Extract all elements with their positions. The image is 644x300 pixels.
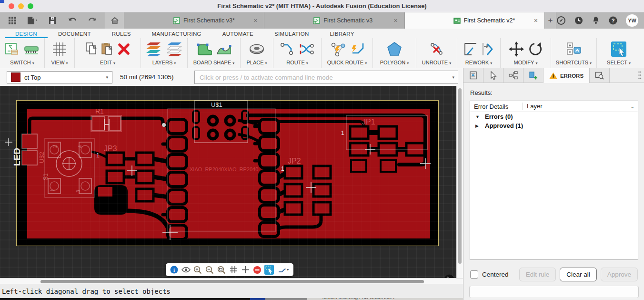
column-error-details[interactable]: Error Details — [470, 103, 523, 110]
rotate-icon[interactable] — [528, 41, 543, 57]
new-tab-button[interactable]: + — [545, 12, 556, 29]
save-icon[interactable] — [47, 15, 58, 26]
paste-icon[interactable] — [101, 42, 114, 56]
delete-x-icon[interactable] — [118, 43, 130, 55]
ribbon-tab-automate[interactable]: AUTOMATE — [212, 30, 264, 38]
clear-all-button[interactable]: Clear all — [560, 268, 597, 281]
select-icon[interactable] — [611, 41, 627, 57]
grid-settings-icon[interactable] — [229, 265, 238, 275]
rework-arrow-icon[interactable] — [482, 42, 494, 56]
edit-rule-button[interactable]: Edit rule — [519, 268, 556, 281]
panel-tab-hierarchy[interactable] — [503, 68, 523, 83]
column-layer[interactable]: Layer — [523, 103, 631, 110]
copy-icon[interactable] — [85, 42, 98, 56]
shortcuts-icon[interactable] — [566, 42, 582, 56]
ribbon-tab-design[interactable]: DESIGN — [5, 30, 48, 38]
ribbon-tab-rules[interactable]: RULES — [101, 30, 141, 38]
toolbar-group-unroute[interactable]: UNROUTE▾ — [416, 38, 457, 70]
undo-icon[interactable] — [67, 15, 78, 26]
visibility-eye-icon[interactable] — [181, 265, 191, 275]
notifications-bell-icon[interactable] — [592, 16, 600, 25]
ribbon-tab-simulation[interactable]: SIMULATION — [264, 30, 319, 38]
toolbar-group-layers[interactable]: LAYERS▾ — [141, 38, 188, 70]
approve-button[interactable]: Approve — [601, 268, 638, 281]
doc-tab-schematic-v2-star-active[interactable]: First Schematic v2* × — [405, 12, 545, 29]
toolbar-group-route[interactable]: ROUTE▾ — [273, 38, 322, 70]
toolbar-group-shortcuts[interactable]: SHORTCUTS▾ — [551, 38, 597, 70]
move-icon[interactable] — [509, 41, 524, 57]
layer-settings-icon[interactable] — [166, 42, 183, 56]
file-menu-icon[interactable] — [27, 15, 38, 26]
board-spline-icon[interactable] — [216, 41, 232, 57]
info-icon[interactable]: i — [169, 265, 179, 275]
pcb-board[interactable]: LED U$2 S1 2 4 1 3 R1 U$1 JP3 1 JP2 1 JP… — [0, 86, 456, 278]
toolbar-group-edit[interactable]: EDIT▾ — [75, 38, 141, 70]
select-tool-icon[interactable] — [264, 265, 274, 275]
close-tab-icon[interactable]: × — [252, 17, 258, 24]
ribbon-tab-library[interactable]: LIBRARY — [320, 30, 365, 38]
panel-tab-inspect[interactable] — [590, 68, 610, 83]
command-line-input[interactable] — [194, 71, 458, 84]
stop-sign-icon[interactable] — [252, 265, 262, 275]
board-outline-icon[interactable] — [196, 41, 212, 57]
header-caret-icon[interactable]: ⌄ — [631, 104, 638, 109]
horizontal-scroll-thumb[interactable] — [40, 280, 424, 283]
redo-icon[interactable] — [87, 15, 98, 26]
layers-stack-icon[interactable] — [145, 42, 162, 56]
panel-tab-errors-active[interactable]: ERRORS — [543, 68, 590, 83]
expander-icon[interactable]: ▼ — [470, 114, 483, 119]
close-tab-icon[interactable]: × — [392, 17, 398, 24]
app-grid-icon[interactable] — [7, 15, 18, 26]
chevron-down-icon[interactable]: ▾ — [452, 75, 454, 80]
toolbar-group-switch[interactable]: SWITCH▾ — [0, 38, 45, 70]
switch-schematic-icon[interactable] — [5, 42, 20, 56]
close-tab-icon[interactable]: × — [533, 17, 539, 24]
toolbar-group-modify[interactable]: MODIFY▾ — [501, 38, 551, 70]
toolbar-group-view[interactable]: VIEW▾ — [45, 38, 75, 70]
vertical-scroll-thumb[interactable] — [458, 88, 462, 264]
home-button[interactable] — [105, 12, 124, 29]
doc-tab-schematic-v3[interactable]: First Schematic v3 × — [264, 12, 404, 29]
tree-row-errors[interactable]: ▼ Errors (0) — [470, 112, 638, 121]
panel-tab-select[interactable] — [483, 68, 503, 83]
toolbar-group-place[interactable]: PLACE▾ — [241, 38, 273, 70]
view-grid-icon[interactable] — [52, 42, 67, 56]
user-avatar[interactable]: YW — [626, 14, 638, 27]
job-status-icon[interactable] — [574, 16, 584, 25]
help-icon[interactable]: ? — [608, 16, 618, 25]
pcb-canvas[interactable]: LED U$2 S1 2 4 1 3 R1 U$1 JP3 1 JP2 1 JP… — [0, 86, 456, 278]
zoom-out-icon[interactable] — [205, 265, 214, 275]
extensions-icon[interactable] — [556, 16, 566, 25]
route-diff-pair-icon[interactable] — [299, 42, 315, 56]
quick-route-line-icon[interactable] — [350, 41, 364, 57]
zoom-fit-icon[interactable] — [217, 265, 226, 275]
place-pad-icon[interactable] — [249, 43, 265, 55]
rework-corner-icon[interactable] — [463, 42, 478, 56]
layer-select[interactable]: ct Top ▾ — [7, 71, 112, 83]
doc-tab-schematic-v3-star[interactable]: First Schematic v3* × — [124, 12, 264, 29]
toolbar-group-rework[interactable]: REWORK▾ — [457, 38, 501, 70]
unroute-icon[interactable] — [429, 42, 444, 56]
quick-route-auto-icon[interactable] — [330, 41, 346, 57]
panel-tab-add-component[interactable] — [523, 68, 543, 83]
toolbar-group-quick-route[interactable]: QUICK ROUTE▾ — [322, 38, 373, 70]
toolbar-group-select[interactable]: SELECT▾ — [597, 38, 641, 70]
switch-board-icon[interactable] — [23, 43, 40, 55]
toolbar-group-polygon[interactable]: POLYGON▾ — [373, 38, 416, 70]
zoom-in-icon[interactable] — [193, 265, 202, 275]
horizontal-scrollbar[interactable] — [0, 278, 463, 284]
tree-row-approved[interactable]: ▶ Approved (1) — [470, 121, 638, 130]
toolbar-group-board-shape[interactable]: BOARD SHAPE▾ — [188, 38, 241, 70]
vertical-scrollbar[interactable] — [456, 86, 463, 278]
ribbon-tab-manufacturing[interactable]: MANUFACTURING — [141, 30, 212, 38]
panel-tab-document[interactable] — [463, 68, 483, 83]
polygon-icon[interactable] — [386, 41, 402, 57]
panel-menu-grip-icon[interactable] — [638, 71, 642, 80]
crosshair-icon[interactable] — [241, 265, 250, 275]
centered-checkbox[interactable] — [470, 270, 478, 279]
comment-badge-icon[interactable] — [443, 274, 455, 278]
bend-style-icon[interactable]: ▾ — [276, 265, 290, 275]
ribbon-tab-document[interactable]: DOCUMENT — [48, 30, 101, 38]
expander-icon[interactable]: ▶ — [470, 124, 483, 128]
route-icon[interactable] — [280, 42, 295, 56]
